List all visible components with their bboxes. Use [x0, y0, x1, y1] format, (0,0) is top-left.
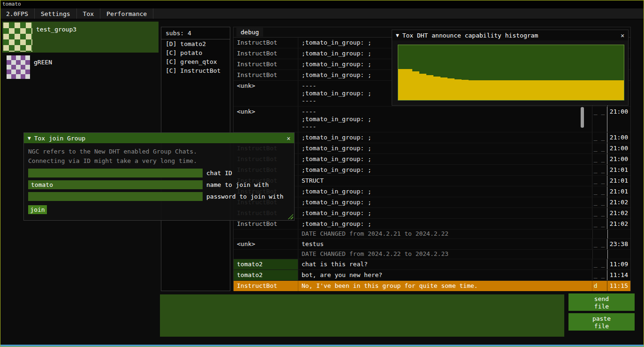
message-flags: _ _ — [592, 154, 607, 164]
join-password-input[interactable] — [28, 192, 203, 201]
histogram-bar — [610, 80, 617, 100]
date-changed-text: DATE CHANGED from 2024.2.21 to 2024.2.22 — [298, 230, 592, 239]
message-row[interactable]: tomato2chat is this real?_ _11:09 — [234, 259, 630, 270]
message-time: 21:01 — [607, 186, 630, 197]
message-text: bot, are you new here? — [298, 270, 592, 280]
chat-id-input[interactable] — [28, 169, 203, 177]
chat-scrollbar[interactable] — [581, 107, 584, 128]
menu-settings[interactable]: Settings — [35, 8, 77, 19]
join-name-label: name to join with — [206, 181, 269, 188]
join-group-window: ▼ Tox join Group ✕ NGC refers to the New… — [23, 132, 295, 221]
message-time: 21:00 — [607, 143, 630, 154]
message-time: 21:00 — [607, 132, 630, 143]
histogram-bar — [490, 80, 497, 100]
join-info-line: NGC refers to the New DHT enabled Group … — [28, 147, 290, 156]
member-item[interactable]: [C] InstructBot — [161, 66, 230, 75]
message-time: 21:02 — [607, 197, 630, 208]
subs-count: subs: 4 — [161, 27, 230, 39]
histogram-bar — [568, 80, 575, 100]
histogram-bar — [462, 80, 469, 100]
message-time: 11:15 — [607, 281, 630, 291]
message-flags: _ _ — [592, 143, 607, 154]
window-bottom-edge — [0, 345, 644, 347]
histogram-bar — [455, 79, 462, 100]
message-flags: _ _ — [592, 165, 607, 175]
histogram-bar — [497, 80, 504, 100]
histogram-bar — [511, 80, 518, 100]
histogram-bar — [419, 74, 426, 100]
chat-id-label: chat ID — [206, 170, 232, 177]
message-sender: tomato2 — [234, 270, 298, 280]
group-name: gREEN — [34, 55, 52, 79]
message-flags: _ _ — [592, 132, 607, 143]
histogram-bar — [596, 80, 603, 100]
message-sender — [234, 250, 298, 259]
member-item[interactable]: [D] tomato2 — [161, 39, 230, 48]
message-flags: _ _ — [592, 259, 607, 270]
member-item[interactable]: [C] potato — [161, 48, 230, 57]
date-separator-row[interactable]: DATE CHANGED from 2024.2.22 to 2024.2.23 — [234, 249, 630, 259]
message-sender: InstructBot — [234, 59, 298, 69]
message-time: 21:02 — [607, 219, 630, 229]
histogram-bar — [589, 80, 596, 100]
message-input[interactable] — [160, 294, 564, 337]
join-info-line: Connecting via ID might take a very long… — [28, 156, 290, 166]
join-button[interactable]: join — [28, 205, 47, 214]
member-item[interactable]: [C] green_qtox — [161, 57, 230, 66]
join-window-titlebar[interactable]: ▼ Tox join Group ✕ — [24, 133, 294, 143]
histogram-bar — [561, 80, 568, 100]
histogram-bar — [405, 69, 412, 100]
date-changed-text: DATE CHANGED from 2024.2.22 to 2024.2.23 — [298, 250, 592, 259]
message-row[interactable]: <unk>---- ;tomato_in_group: ; ----_ _21:… — [234, 106, 630, 132]
resize-grip[interactable] — [287, 213, 293, 219]
message-row[interactable]: InstructBotNo, I've been in this group f… — [234, 280, 630, 291]
histogram-bar — [582, 80, 589, 100]
message-time: 11:14 — [607, 270, 630, 280]
histogram-bar — [440, 77, 447, 100]
message-text: ---- ;tomato_in_group: ; ---- — [298, 107, 592, 132]
message-sender: <unk> — [234, 107, 298, 132]
message-text: testus — [298, 239, 592, 249]
message-text: ;tomato_in_group: ; — [298, 186, 592, 197]
message-sender: InstructBot — [234, 281, 298, 291]
message-time: 23:38 — [607, 239, 630, 249]
message-time: 21:00 — [607, 154, 630, 164]
group-list: test_group3gREEN — [2, 22, 159, 82]
group-row-gREEN[interactable]: gREEN — [2, 54, 159, 80]
message-row[interactable]: <unk>testus_ _23:38 — [234, 239, 630, 249]
message-time: 21:01 — [607, 176, 630, 186]
message-flags: _ _ — [592, 219, 607, 229]
menu-tox[interactable]: Tox — [77, 8, 100, 19]
histogram-bar — [553, 80, 561, 100]
histogram-bar — [603, 80, 610, 100]
message-sender: <unk> — [234, 239, 298, 249]
close-icon[interactable]: ✕ — [287, 135, 290, 142]
histogram-bar — [412, 71, 419, 100]
join-name-input[interactable]: tomato — [28, 180, 203, 189]
message-text: ;tomato_in_group: ; — [298, 208, 592, 218]
histogram-window-titlebar[interactable]: ▼ Tox DHT announce capability histogram … — [392, 30, 628, 40]
close-icon[interactable]: ✕ — [621, 32, 624, 39]
send-file-button[interactable]: send file — [568, 293, 635, 311]
titlebar: tomato — [0, 0, 644, 8]
message-flags: _ _ — [592, 107, 607, 132]
message-text: ;tomato_in_group: ; — [298, 197, 592, 208]
date-separator-row[interactable]: DATE CHANGED from 2024.2.21 to 2024.2.22 — [234, 229, 630, 239]
group-row-test_group3[interactable]: test_group3 — [2, 22, 159, 53]
dht-histogram-chart — [398, 45, 624, 100]
paste-file-button[interactable]: paste file — [568, 313, 635, 331]
menu-performance[interactable]: Performance — [100, 8, 153, 19]
member-list: [D] tomato2[C] potato[C] green_qtox[C] I… — [161, 39, 230, 75]
collapse-icon[interactable]: ▼ — [28, 135, 31, 141]
histogram-bar — [575, 80, 582, 100]
collapse-icon[interactable]: ▼ — [396, 32, 399, 39]
message-time — [607, 230, 630, 239]
window-title: tomato — [2, 1, 21, 7]
histogram-bar — [476, 80, 483, 100]
message-row[interactable]: tomato2bot, are you new here?_ _11:14 — [234, 270, 630, 280]
tab-debug[interactable]: debug — [236, 28, 263, 37]
message-flags — [592, 250, 607, 259]
histogram-bar — [518, 80, 525, 100]
app-window: tomato 2.0FPS Settings Tox Performance t… — [0, 0, 644, 347]
message-flags: _ _ — [592, 208, 607, 218]
